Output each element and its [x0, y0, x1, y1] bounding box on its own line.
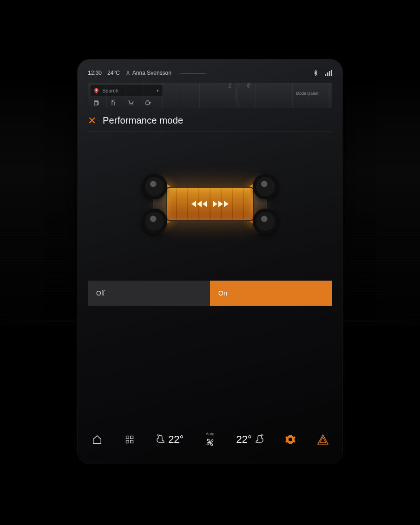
wheel-graphic [253, 174, 278, 199]
map-road-label-1: Tunnelvägen [228, 83, 232, 89]
google-pin-icon [94, 88, 98, 94]
poi-fuel-icon[interactable] [93, 99, 100, 106]
svg-rect-3 [329, 71, 330, 76]
poi-restaurant-icon[interactable] [110, 99, 117, 106]
fan-icon [205, 437, 215, 447]
svg-point-7 [130, 105, 131, 105]
powertrain-illustration [88, 155, 332, 253]
bottom-dock: 22° Auto 22° [88, 426, 332, 453]
toggle-on-button[interactable]: On [210, 281, 332, 306]
passenger-climate-button[interactable]: 22° [236, 433, 264, 446]
map-search-pill[interactable]: Search ▾ [91, 85, 163, 96]
svg-rect-2 [327, 72, 328, 76]
outside-temp: 24°C [107, 70, 120, 76]
close-icon[interactable]: ✕ [88, 116, 96, 126]
clock: 12:30 [88, 70, 102, 76]
gear-icon [285, 434, 296, 445]
person-icon [125, 71, 131, 76]
svg-rect-10 [130, 436, 133, 439]
map-road-label-2: Klämlvägen [246, 83, 250, 89]
status-left-cluster: 12:30 24°C Anna Svensson [88, 70, 206, 76]
home-icon [92, 434, 102, 445]
chevron-down-icon: ▾ [157, 88, 159, 93]
svg-rect-4 [331, 70, 333, 76]
wheel-graphic [142, 209, 167, 234]
page-title: Performance mode [103, 115, 183, 126]
toggle-on-label: On [218, 289, 227, 297]
map-area-label: Döda Dalen [296, 91, 318, 96]
driver-climate-button[interactable]: 22° [156, 433, 184, 446]
seat-heat-left-icon [156, 434, 165, 445]
svg-point-5 [96, 89, 97, 91]
search-placeholder: Search [102, 88, 118, 93]
toggle-off-button[interactable]: Off [88, 281, 210, 306]
passenger-temp-value: 22° [236, 433, 252, 446]
svg-rect-12 [130, 440, 133, 443]
poi-category-row [93, 99, 151, 106]
battery-pack-graphic [166, 187, 254, 221]
status-divider-line [180, 73, 206, 73]
fan-mode-label: Auto [206, 432, 215, 436]
status-bar: 12:30 24°C Anna Svensson [88, 68, 332, 78]
bluetooth-icon [314, 70, 318, 76]
svg-point-0 [127, 71, 129, 73]
map-preview-strip[interactable]: Search ▾ Tunnelvägen Klämlvägen Döda Dal… [88, 83, 332, 108]
svg-rect-6 [95, 101, 97, 102]
hazard-button[interactable] [317, 434, 328, 445]
svg-rect-9 [126, 436, 129, 439]
fan-button[interactable]: Auto [205, 432, 215, 447]
seat-heat-right-icon [255, 434, 264, 445]
svg-rect-1 [325, 74, 326, 76]
signal-icon [325, 70, 332, 76]
profile-name: Anna Svensson [132, 70, 171, 76]
home-button[interactable] [92, 434, 103, 445]
toggle-off-label: Off [96, 289, 105, 297]
power-flow-arrows-icon [191, 201, 229, 207]
hazard-triangle-icon [317, 434, 328, 445]
status-right-cluster [314, 70, 332, 76]
poi-shopping-icon[interactable] [127, 99, 134, 106]
profile-indicator[interactable]: Anna Svensson [125, 70, 171, 76]
performance-mode-toggle: Off On [88, 281, 332, 306]
svg-rect-11 [126, 440, 129, 443]
page-header: ✕ Performance mode [88, 115, 332, 132]
apps-button[interactable] [124, 434, 135, 445]
apps-grid-icon [125, 435, 134, 444]
wheel-graphic [253, 209, 278, 234]
poi-coffee-icon[interactable] [144, 99, 151, 106]
svg-point-8 [132, 105, 133, 105]
settings-button[interactable] [285, 434, 296, 445]
wheel-graphic [142, 174, 167, 199]
driver-temp-value: 22° [168, 433, 184, 446]
center-display: 12:30 24°C Anna Svensson [78, 59, 342, 464]
